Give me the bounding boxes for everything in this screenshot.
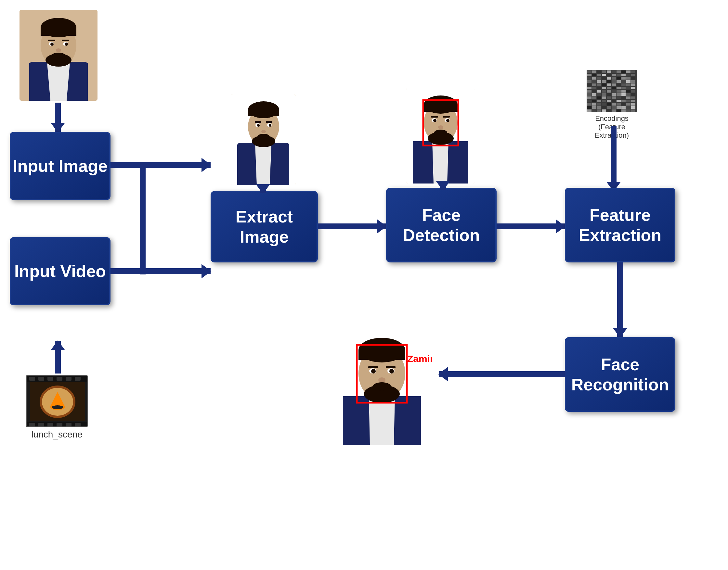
svg-rect-187 <box>616 106 621 109</box>
svg-rect-94 <box>602 77 606 79</box>
svg-point-68 <box>434 129 447 135</box>
svg-rect-120 <box>631 83 635 86</box>
svg-rect-24 <box>75 377 80 381</box>
svg-rect-199 <box>626 109 630 112</box>
svg-rect-29 <box>66 423 71 427</box>
svg-point-10 <box>50 42 54 46</box>
extract-person-photo <box>231 94 296 185</box>
recognized-person-photo: Zamir <box>332 331 432 445</box>
svg-rect-79 <box>626 70 630 73</box>
facedetect-person-photo <box>406 88 475 184</box>
svg-rect-173 <box>597 103 601 105</box>
svg-rect-200 <box>631 109 635 112</box>
input-person-photo <box>19 10 98 101</box>
svg-rect-23 <box>66 377 71 381</box>
svg-point-36 <box>52 405 63 409</box>
svg-rect-147 <box>616 93 621 96</box>
svg-rect-141 <box>587 93 591 96</box>
svg-rect-106 <box>612 80 616 83</box>
svg-rect-100 <box>631 77 635 79</box>
svg-rect-152 <box>592 96 596 99</box>
input-image-box: Input Image <box>10 132 111 200</box>
svg-rect-28 <box>56 423 62 427</box>
svg-point-52 <box>258 134 269 139</box>
svg-rect-181 <box>587 106 591 109</box>
svg-rect-196 <box>612 109 616 112</box>
svg-rect-19 <box>29 377 35 381</box>
svg-rect-193 <box>597 109 601 112</box>
video-thumbnail <box>26 375 88 427</box>
svg-rect-109 <box>626 80 630 83</box>
svg-rect-179 <box>626 103 630 105</box>
svg-rect-12 <box>48 40 55 41</box>
svg-rect-104 <box>602 80 606 83</box>
svg-rect-203 <box>369 398 395 445</box>
svg-rect-114 <box>602 83 606 86</box>
svg-point-63 <box>433 119 436 122</box>
svg-rect-192 <box>592 109 596 112</box>
svg-rect-87 <box>616 74 621 76</box>
svg-rect-84 <box>602 74 606 76</box>
extract-image-box: Extract Image <box>211 191 318 262</box>
svg-point-64 <box>446 119 449 122</box>
svg-rect-168 <box>621 100 625 102</box>
svg-rect-188 <box>621 106 625 109</box>
svg-rect-20 <box>38 377 44 381</box>
svg-rect-118 <box>621 83 625 86</box>
svg-rect-176 <box>612 103 616 105</box>
svg-rect-186 <box>612 106 616 109</box>
line-v-connector <box>140 162 146 274</box>
svg-rect-49 <box>255 121 261 123</box>
arrow-feature-to-recognition <box>617 262 623 337</box>
face-recognition-box: Face Recognition <box>565 337 675 412</box>
svg-rect-198 <box>621 109 625 112</box>
svg-rect-144 <box>602 93 606 96</box>
svg-rect-80 <box>631 70 635 73</box>
feature-extraction-box: Feature Extraction <box>565 188 675 262</box>
svg-point-67 <box>438 125 443 129</box>
svg-rect-171 <box>587 103 591 105</box>
svg-rect-132 <box>592 90 596 92</box>
svg-rect-2 <box>47 63 70 101</box>
svg-rect-82 <box>592 74 596 76</box>
svg-rect-138 <box>621 90 625 92</box>
line-inputvideo-right <box>111 268 146 274</box>
svg-rect-39 <box>255 145 271 185</box>
svg-rect-26 <box>38 423 44 427</box>
svg-rect-119 <box>626 83 630 86</box>
svg-rect-99 <box>626 77 630 79</box>
face-detection-box: Face Detection <box>386 188 497 262</box>
line-inputimage-right <box>111 162 143 168</box>
svg-rect-154 <box>602 96 606 99</box>
svg-rect-72 <box>592 70 596 73</box>
svg-rect-163 <box>597 100 601 102</box>
svg-rect-151 <box>587 96 591 99</box>
svg-rect-184 <box>602 106 606 109</box>
svg-rect-65 <box>431 116 438 117</box>
svg-rect-146 <box>612 93 616 96</box>
diagram-container: Input Image Input Video <box>0 0 728 570</box>
svg-rect-92 <box>592 77 596 79</box>
svg-rect-213 <box>368 366 378 368</box>
svg-rect-21 <box>47 377 53 381</box>
person-name-label: Zamir <box>407 353 432 364</box>
svg-point-14 <box>56 48 61 52</box>
svg-rect-112 <box>592 83 596 86</box>
svg-rect-111 <box>587 83 591 86</box>
svg-rect-75 <box>607 70 611 73</box>
svg-rect-93 <box>597 77 601 79</box>
svg-point-47 <box>257 124 260 127</box>
svg-rect-174 <box>602 103 606 105</box>
svg-rect-71 <box>587 70 591 73</box>
svg-rect-145 <box>607 93 611 96</box>
svg-rect-157 <box>616 96 621 99</box>
svg-rect-177 <box>616 103 621 105</box>
svg-rect-96 <box>612 77 616 79</box>
svg-rect-123 <box>597 87 601 89</box>
svg-rect-117 <box>616 83 621 86</box>
svg-rect-166 <box>612 100 616 102</box>
svg-rect-180 <box>631 103 635 105</box>
svg-rect-43 <box>248 110 279 116</box>
svg-rect-128 <box>621 87 625 89</box>
svg-rect-153 <box>597 96 601 99</box>
